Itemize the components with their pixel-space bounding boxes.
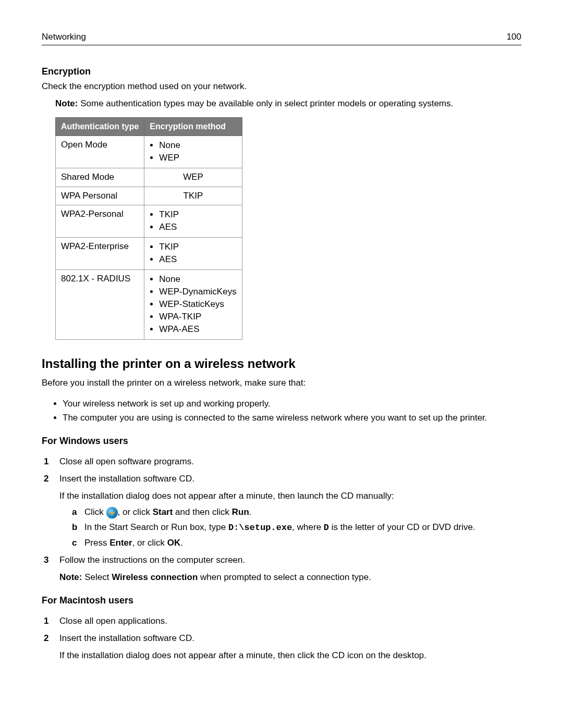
step-item: Insert the installation software CD. If …	[44, 633, 521, 662]
table-row: 802.1X - RADIUS None WEP-DynamicKeys WEP…	[56, 270, 242, 340]
install-requirements: Your wireless network is set up and work…	[53, 398, 521, 424]
enc-method: None WEP-DynamicKeys WEP-StaticKeys WPA-…	[144, 270, 242, 340]
windows-steps: Close all open software programs. Insert…	[44, 456, 521, 584]
encryption-table: Authentication type Encryption method Op…	[55, 117, 242, 340]
substep-text: In the Start Search or Run box, type D:\…	[84, 522, 475, 532]
enc-item: TKIP	[159, 241, 236, 253]
auth-type: Shared Mode	[56, 168, 144, 187]
step-text: Insert the installation software CD.	[59, 474, 194, 484]
step-item: Close all open software programs.	[44, 456, 521, 468]
enc-item: None	[159, 140, 236, 152]
windows-heading: For Windows users	[42, 435, 521, 447]
enc-method: TKIP AES	[144, 238, 242, 270]
enc-item: WEP-StaticKeys	[159, 299, 236, 311]
mac-steps: Close all open applications. Insert the …	[44, 615, 521, 662]
step-text: Insert the installation software CD.	[59, 633, 194, 643]
table-row: WPA2-Personal TKIP AES	[56, 205, 242, 238]
auth-type: WPA2-Personal	[56, 205, 144, 238]
enc-item: AES	[159, 221, 236, 233]
note-label: Note:	[55, 98, 78, 108]
auth-type: WPA Personal	[56, 187, 144, 205]
step-item: Follow the instructions on the computer …	[44, 554, 521, 584]
enc-item: WPA-TKIP	[159, 311, 236, 323]
substep-text: Click , or click Start and then click Ru…	[84, 507, 252, 517]
enc-item: WEP	[159, 152, 236, 164]
header-page-number: 100	[507, 31, 521, 43]
auth-type: 802.1X - RADIUS	[56, 270, 144, 340]
enc-method: TKIP	[144, 187, 242, 205]
substep-item: c Press Enter, or click OK.	[72, 537, 521, 549]
substep-text: Press Enter, or click OK.	[84, 538, 183, 548]
start-orb-icon	[106, 507, 118, 519]
table-row: Shared Mode WEP	[56, 168, 242, 187]
step-text: Close all open applications.	[59, 616, 167, 626]
enc-item: WPA-AES	[159, 324, 236, 336]
list-item: Your wireless network is set up and work…	[63, 398, 521, 410]
encryption-heading: Encryption	[42, 65, 521, 78]
step-subtext: If the installation dialog does not appe…	[59, 650, 521, 662]
step-text: Follow the instructions on the computer …	[59, 555, 245, 565]
table-row: WPA Personal TKIP	[56, 187, 242, 205]
enc-item: AES	[159, 254, 236, 266]
enc-item: WEP-DynamicKeys	[159, 286, 236, 298]
table-header-auth: Authentication type	[56, 118, 144, 136]
step-item: Close all open applications.	[44, 615, 521, 627]
auth-type: Open Mode	[56, 135, 144, 168]
page-header: Networking 100	[42, 31, 521, 45]
substep-item: b In the Start Search or Run box, type D…	[72, 522, 521, 534]
step-subtext: If the installation dialog does not appe…	[59, 490, 521, 502]
enc-method: None WEP	[144, 135, 242, 168]
table-row: WPA2-Enterprise TKIP AES	[56, 238, 242, 270]
auth-type: WPA2-Enterprise	[56, 238, 144, 270]
enc-method: TKIP AES	[144, 205, 242, 238]
encryption-note: Note: Some authentication types may be a…	[55, 98, 521, 110]
step-text: Close all open software programs.	[59, 456, 194, 466]
enc-item: TKIP	[159, 209, 236, 221]
install-heading: Installing the printer on a wireless net…	[42, 355, 521, 372]
mac-heading: For Macintosh users	[42, 594, 521, 607]
enc-method: WEP	[144, 168, 242, 187]
encryption-intro: Check the encryption method used on your…	[42, 81, 521, 93]
step-item: Insert the installation software CD. If …	[44, 473, 521, 549]
windows-note: Note: Select Wireless connection when pr…	[59, 572, 521, 584]
windows-substeps: a Click , or click Start and then click …	[59, 507, 521, 549]
header-section: Networking	[42, 31, 86, 43]
note-label: Note:	[59, 572, 82, 582]
install-intro: Before you install the printer on a wire…	[42, 377, 521, 389]
note-text: Some authentication types may be availab…	[78, 98, 453, 108]
list-item: The computer you are using is connected …	[63, 412, 521, 424]
table-header-enc: Encryption method	[144, 118, 242, 136]
table-row: Open Mode None WEP	[56, 135, 242, 168]
substep-item: a Click , or click Start and then click …	[72, 507, 521, 519]
enc-item: None	[159, 274, 236, 286]
